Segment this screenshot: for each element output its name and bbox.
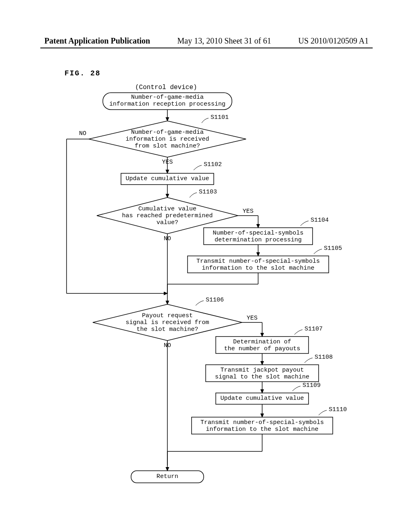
label-s1106: S1106 (206, 297, 224, 303)
label-s1104: S1104 (311, 217, 329, 224)
text-s1107: Determination of the number of payouts (216, 339, 309, 352)
no-s1103: NO (159, 235, 175, 242)
label-s1102: S1102 (204, 161, 222, 168)
return-text: Return (131, 473, 204, 480)
no-s1106: NO (159, 342, 175, 349)
text-s1109: Update cumulative value (216, 395, 309, 402)
text-s1105: Transmit number-of-special-symbols infor… (188, 258, 329, 272)
text-s1108: Transmit jackpot payout signal to the sl… (206, 367, 319, 380)
text-s1106: Payout request signal is received from t… (107, 312, 228, 333)
text-s1102: Update cumulative value (121, 175, 214, 182)
start-text: Number-of-game-media information recepti… (103, 94, 232, 108)
text-s1101: Number-of-game-media information is rece… (107, 129, 228, 150)
label-s1101: S1101 (211, 114, 229, 121)
label-s1110: S1110 (329, 406, 347, 413)
yes-s1106: YES (244, 315, 260, 322)
no-s1101: NO (77, 130, 89, 137)
page: Patent Application Publication May 13, 2… (0, 0, 413, 532)
label-s1107: S1107 (305, 326, 323, 332)
label-s1105: S1105 (324, 245, 342, 252)
yes-s1103: YES (240, 208, 256, 215)
text-s1110: Transmit number-of-special-symbols infor… (192, 419, 333, 433)
label-s1109: S1109 (302, 382, 321, 389)
text-s1103: Cumulative value has reached predetermin… (107, 206, 228, 226)
yes-s1101: YES (159, 159, 175, 166)
label-s1103: S1103 (199, 189, 217, 195)
text-s1104: Number-of-special-symbols determination … (204, 230, 313, 243)
label-s1108: S1108 (315, 354, 333, 361)
